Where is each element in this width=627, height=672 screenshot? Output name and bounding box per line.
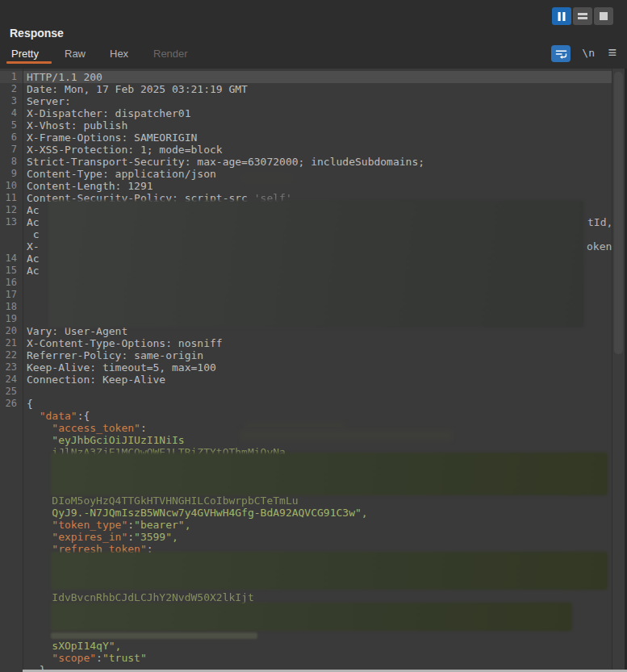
code-row: 6X-Frame-Options: SAMEORIGIN [0, 131, 612, 144]
pause-button[interactable] [552, 7, 571, 25]
code-row: "token_type":"bearer", [0, 519, 612, 531]
line-number [0, 446, 23, 458]
code-fragment: oken [587, 240, 612, 253]
line-number: 16 [0, 277, 23, 289]
line-number [0, 628, 23, 640]
code-row: 2Date: Mon, 17 Feb 2025 03:21:19 GMT [0, 83, 612, 95]
line-number [0, 664, 23, 672]
line-number [0, 531, 23, 543]
line-number: 2 [0, 83, 23, 95]
line-number: 12 [0, 204, 23, 216]
line-number [0, 240, 23, 253]
line-number: 20 [0, 325, 23, 337]
line-number [0, 591, 23, 603]
line-number: 24 [0, 374, 23, 386]
line-number [0, 507, 23, 519]
code-row: 23Keep-Alive: timeout=5, max=100 [0, 361, 612, 374]
response-panel: Response Pretty Raw Hex Render \n ≡ 1HTT… [0, 0, 627, 672]
line-number [0, 470, 23, 482]
newline-toggle-button[interactable]: \n [582, 47, 595, 59]
code-row: 10Content-Length: 1291 [0, 180, 612, 192]
line-number [0, 652, 23, 664]
gutter-separator [23, 69, 23, 672]
line-number: 25 [0, 386, 23, 398]
line-number: 11 [0, 192, 23, 204]
line-number: 23 [0, 361, 23, 374]
code-fragment: tId, [587, 216, 612, 228]
line-number: 9 [0, 168, 23, 180]
panel-title: Response [10, 27, 64, 40]
tab-raw[interactable]: Raw [65, 48, 86, 65]
redaction-blur [242, 173, 292, 182]
line-number: 3 [0, 95, 23, 107]
scrollbar-thumb[interactable] [614, 72, 623, 354]
code-row: "expires_in":"3599", [0, 531, 612, 543]
code-row: 5X-Vhost: publish [0, 119, 612, 131]
line-number: 21 [0, 337, 23, 349]
code-row: "data":{ [0, 410, 612, 422]
line-number: 4 [0, 107, 23, 119]
rows-button[interactable] [573, 7, 592, 25]
line-number: 14 [0, 253, 23, 265]
code-row: 26{ [0, 398, 612, 410]
code-row: "scope":"trust" [0, 652, 612, 664]
word-wrap-button[interactable] [551, 45, 571, 62]
line-number: 22 [0, 349, 23, 361]
stop-icon [600, 12, 608, 20]
rows-icon [578, 12, 587, 20]
pause-icon [558, 12, 566, 21]
code-row: 22Referrer-Policy: same-origin [0, 349, 612, 361]
code-row: 25 [0, 386, 612, 398]
line-number [0, 543, 23, 555]
code-row: IdvBvcnRhbCJdLCJhY2NvdW50X2lkIjt [0, 591, 612, 603]
code-row: DIoM5oyHzQ4TTGkHTVHNGHILCoIbwrpbCTeTmLu [0, 495, 612, 507]
vertical-scrollbar[interactable] [612, 69, 625, 672]
line-number [0, 519, 23, 531]
redaction-blur [51, 632, 257, 639]
line-number: 7 [0, 144, 23, 156]
line-number: 10 [0, 180, 23, 192]
stop-button[interactable] [594, 7, 613, 25]
line-number [0, 458, 23, 470]
tab-render[interactable]: Render [153, 48, 188, 65]
line-number: 26 [0, 398, 23, 410]
line-number: 8 [0, 156, 23, 168]
redaction-blur [51, 453, 608, 495]
line-number: 6 [0, 131, 23, 144]
line-number [0, 228, 23, 240]
response-code-editor[interactable]: 1HTTP/1.1 2002Date: Mon, 17 Feb 2025 03:… [0, 69, 627, 672]
view-tabbar: Pretty Raw Hex Render [0, 45, 627, 68]
code-row: 7X-XSS-Protection: 1; mode=block [0, 144, 612, 156]
line-number [0, 640, 23, 652]
line-number: 17 [0, 289, 23, 301]
code-row: 21X-Content-Type-Options: nosniff [0, 337, 612, 349]
line-number: 1 [0, 71, 23, 83]
line-number [0, 434, 23, 446]
word-wrap-icon [555, 49, 567, 59]
line-number [0, 603, 23, 616]
line-number [0, 567, 23, 579]
line-number [0, 482, 23, 495]
code-row: sXOpI14qY", [0, 640, 612, 652]
code-row: 4X-Dispatcher: dispatcher01 [0, 107, 612, 119]
line-number: 19 [0, 313, 23, 325]
line-number [0, 616, 23, 628]
line-number: 5 [0, 119, 23, 131]
tab-hex[interactable]: Hex [110, 48, 128, 65]
redaction-blur [240, 429, 453, 441]
line-number [0, 579, 23, 591]
line-number: 18 [0, 301, 23, 313]
code-row: 3Server: [0, 95, 612, 107]
redaction-blur [244, 421, 345, 429]
code-row: 1HTTP/1.1 200 [0, 71, 612, 83]
editor-menu-button[interactable]: ≡ [608, 44, 617, 61]
line-number [0, 410, 23, 422]
line-number: 15 [0, 265, 23, 277]
line-number [0, 422, 23, 434]
capture-controls [552, 7, 613, 25]
code-row: 8Strict-Transport-Security: max-age=6307… [0, 156, 612, 168]
redaction-blur [51, 603, 572, 631]
redaction-blur [48, 200, 584, 328]
line-number: 13 [0, 216, 23, 228]
redaction-blur [51, 552, 608, 590]
